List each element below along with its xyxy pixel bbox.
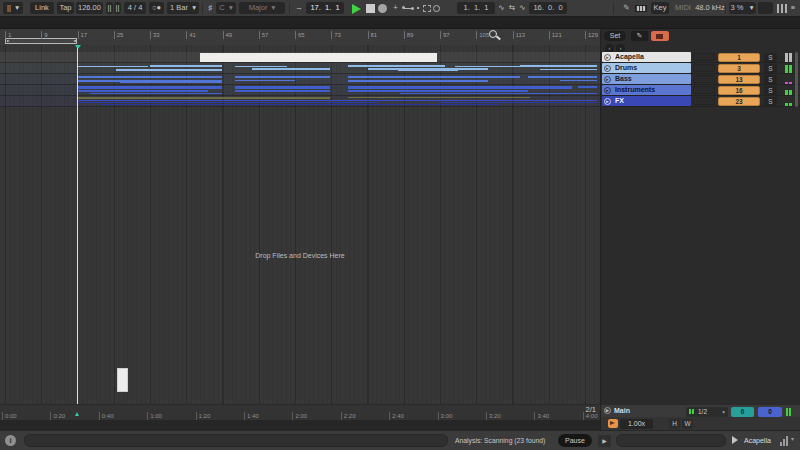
track-name[interactable]: ▸Instruments <box>602 85 691 95</box>
panel-menu-button[interactable]: || ▾ <box>3 2 23 14</box>
record-button[interactable] <box>378 4 387 13</box>
clip[interactable] <box>528 76 597 78</box>
midi-keyboard-button[interactable] <box>635 5 647 12</box>
midi-map-button[interactable]: MIDI <box>673 2 693 14</box>
pause-analysis-button[interactable]: Pause <box>558 434 592 447</box>
info-icon[interactable]: i <box>5 435 16 446</box>
play-button[interactable] <box>352 4 361 14</box>
solo-button[interactable]: S <box>764 64 777 73</box>
time-ruler[interactable]: 2/1 0:000:200:401:001:201:402:002:202:40… <box>0 404 600 420</box>
clip[interactable] <box>252 68 330 70</box>
clip[interactable] <box>78 102 378 103</box>
clip[interactable] <box>78 100 597 101</box>
track-header-instruments[interactable]: ▸Instruments16S <box>602 85 800 96</box>
ruler-pencil-button[interactable]: ✎ <box>631 31 648 41</box>
clip[interactable] <box>348 65 445 67</box>
zoom-width-button[interactable]: W <box>682 419 693 429</box>
root-field[interactable]: C ▾ <box>216 2 236 14</box>
clip[interactable] <box>78 90 208 92</box>
clip[interactable] <box>578 86 597 88</box>
track-name[interactable]: ▸FX <box>602 96 691 106</box>
loop-end-handle[interactable] <box>73 40 76 42</box>
clip-lane-bass[interactable] <box>0 74 600 85</box>
main-fold-icon[interactable]: ▶ <box>604 407 611 414</box>
clip[interactable] <box>78 86 222 89</box>
capture-midi-button[interactable]: + <box>391 2 400 14</box>
solo-button[interactable]: S <box>764 53 777 62</box>
loop-set-button[interactable]: Set <box>604 31 626 41</box>
main-track-row[interactable]: ▶ Main 1/2▾ 0 0 <box>600 404 800 417</box>
scale-field[interactable]: Major ▾ <box>239 2 285 14</box>
loop-button[interactable]: ⇆ <box>507 2 517 14</box>
metronome-button[interactable]: ○● <box>149 2 164 14</box>
loop-start-field[interactable]: 1. 1. 1 <box>457 2 495 14</box>
track-header-bass[interactable]: ▸Bass13S <box>602 74 800 85</box>
clip[interactable] <box>348 97 530 98</box>
tap-button[interactable]: Tap <box>57 2 74 14</box>
track-header-fx[interactable]: ▸FX23S <box>602 96 800 107</box>
nudge-down-button[interactable]: || <box>106 2 113 14</box>
solo-button[interactable]: S <box>764 97 777 106</box>
speed-icon[interactable] <box>608 419 618 428</box>
clip[interactable] <box>78 66 148 67</box>
track-name[interactable]: ▸Acapella <box>602 52 691 62</box>
clip-lane-fx[interactable] <box>0 96 600 107</box>
clip[interactable] <box>150 65 222 67</box>
clip[interactable] <box>235 90 330 92</box>
quantize-field[interactable]: 1 Bar ▾ <box>167 2 199 14</box>
preview-play-icon[interactable] <box>732 436 738 444</box>
playback-speed-field[interactable]: 1.00x <box>620 419 653 429</box>
loop-start-handle[interactable] <box>7 40 10 42</box>
solo-button[interactable]: S <box>764 86 777 95</box>
clip[interactable] <box>560 80 597 81</box>
track-activator[interactable]: 3 <box>718 64 760 73</box>
clip[interactable] <box>398 70 458 71</box>
main-volume-field[interactable]: 0 <box>758 407 782 417</box>
key-map-button[interactable]: Key <box>651 2 669 14</box>
clip[interactable] <box>78 76 222 78</box>
clip-lane-instruments[interactable] <box>0 85 600 96</box>
dragged-clip[interactable] <box>117 368 128 392</box>
clip[interactable] <box>348 80 488 82</box>
clip[interactable] <box>235 76 330 78</box>
hamburger-menu-button[interactable]: ≡ <box>788 2 798 14</box>
stop-button[interactable] <box>366 4 375 13</box>
automation-arm-button[interactable] <box>403 8 413 9</box>
cpu-field[interactable]: 3 % ▾ <box>729 2 755 14</box>
nudge-up-button[interactable]: || <box>114 2 121 14</box>
clip[interactable] <box>440 102 597 103</box>
punch-in-button[interactable]: ∿ <box>497 2 506 14</box>
clip[interactable] <box>235 80 295 81</box>
clip[interactable] <box>90 93 222 94</box>
session-record-button[interactable] <box>433 5 440 12</box>
track-activator[interactable]: 13 <box>718 75 760 84</box>
clip[interactable] <box>116 69 222 71</box>
playhead[interactable] <box>77 45 78 404</box>
track-fold-icon[interactable]: ▸ <box>604 98 611 105</box>
status-play-button[interactable]: ▶ <box>598 435 611 447</box>
link-button[interactable]: Link <box>30 2 54 14</box>
track-name[interactable]: ▸Drums <box>602 63 691 73</box>
track-header-acapella[interactable]: ▸Acapella1S <box>602 52 800 63</box>
main-pan-field[interactable]: 0 <box>731 407 754 417</box>
clip[interactable] <box>235 66 287 67</box>
preview-chevron-icon[interactable]: ▾ <box>791 435 794 442</box>
track-header-drums[interactable]: ▸Drums3S <box>602 63 800 74</box>
arrangement-overview[interactable] <box>0 17 800 29</box>
position-field[interactable]: 17. 1. 1 <box>306 2 344 14</box>
clip[interactable] <box>120 82 222 83</box>
follow-button[interactable]: → <box>294 2 304 14</box>
clip-lane-drums[interactable] <box>0 63 600 74</box>
clip[interactable] <box>78 97 330 99</box>
clip[interactable] <box>235 86 330 89</box>
clip-lane-acapella[interactable] <box>0 52 600 63</box>
reenable-automation-button[interactable]: • <box>415 2 421 14</box>
track-fold-icon[interactable]: ▸ <box>604 54 611 61</box>
clip[interactable] <box>540 69 597 70</box>
marquee-select-button[interactable] <box>423 5 431 12</box>
draw-mode-button[interactable]: ✎ <box>621 2 632 14</box>
timesig-field[interactable]: 4 / 4 <box>124 2 146 14</box>
track-activator[interactable]: 16 <box>718 86 760 95</box>
back-to-arrangement-button[interactable] <box>651 31 669 41</box>
track-activator[interactable]: 23 <box>718 97 760 106</box>
